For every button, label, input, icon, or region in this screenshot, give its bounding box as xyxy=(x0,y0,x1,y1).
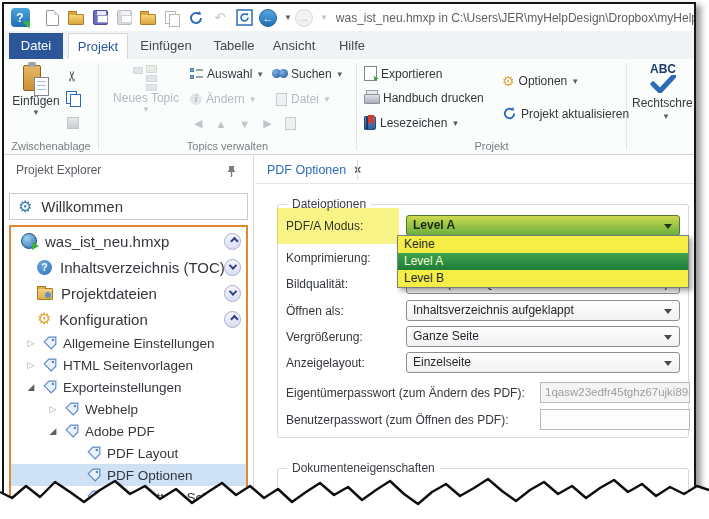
vergroesserung-combobox[interactable]: Ganze Seite xyxy=(406,326,680,347)
back-dropdown-icon[interactable]: ▼ xyxy=(284,13,292,22)
qat-customize-icon[interactable]: ▼ xyxy=(320,13,328,22)
tree-item-toc[interactable]: ? Inhaltsverzeichnis (TOC) xyxy=(11,254,246,280)
tree-item-exporteinstellungen[interactable]: ◢ Exporteinstellungen xyxy=(11,376,246,398)
move-left-icon: ◀ xyxy=(194,117,202,130)
document-tabbar: PDF Optionen × xyxy=(255,155,694,184)
handbuch-drucken-button[interactable]: Handbuch drucken xyxy=(364,91,484,105)
dropdown-option-level-a[interactable]: Level A xyxy=(398,253,688,270)
oeffnen-label: Öffnen als: xyxy=(286,304,344,318)
tab-projekt[interactable]: Projekt xyxy=(68,33,128,59)
groupbox-title: Dateioptionen xyxy=(287,197,371,211)
pdfa-value: Level A xyxy=(413,218,455,232)
navigate-back-icon[interactable]: ← xyxy=(258,8,278,28)
expand-chevron-icon[interactable] xyxy=(224,285,241,302)
screenshot-stage: ? ↶ ← ▼ → ▼ was_ist_neu.hmxp in C:\Users… xyxy=(0,0,709,519)
tab-einfuegen[interactable]: Einfügen xyxy=(134,33,198,59)
suchen-button[interactable]: Suchen▼ xyxy=(272,67,344,81)
paste-button[interactable]: Einfügen ▼ xyxy=(12,64,60,117)
projekt-aktualisieren-button[interactable]: Projekt aktualisieren xyxy=(502,106,629,121)
collapsed-expander-icon[interactable]: ▷ xyxy=(25,360,37,370)
lesezeichen-button[interactable]: Lesezeichen▼ xyxy=(364,116,459,130)
welcome-item[interactable]: ⚙ Willkommen xyxy=(9,193,248,220)
tree-item-html-vorlagen[interactable]: ▷ HTML Seitenvorlagen xyxy=(11,354,246,376)
pdfa-combobox[interactable]: Level A xyxy=(406,215,680,236)
open-file-icon[interactable] xyxy=(66,8,86,28)
collapse-chevron-icon[interactable] xyxy=(224,233,241,250)
exportieren-button[interactable]: Exportieren xyxy=(364,66,442,81)
refresh-project-icon xyxy=(502,106,517,121)
combo-arrow-icon xyxy=(664,361,672,366)
combo-arrow-icon xyxy=(664,335,672,340)
tab-ansicht[interactable]: Ansicht xyxy=(266,33,322,59)
group-label-zwischenablage: Zwischenablage xyxy=(4,140,98,152)
open-project-folder-icon[interactable] xyxy=(138,8,158,28)
clipboard-icon xyxy=(23,64,49,94)
paste-special-icon xyxy=(162,8,182,28)
tab-datei[interactable]: Datei xyxy=(9,33,63,59)
tree-label: PDF Layout xyxy=(107,446,178,461)
tree-item-eingebettete-schriften[interactable]: Eingebettete Schriften xyxy=(11,486,246,508)
expanded-expander-icon[interactable]: ◢ xyxy=(25,382,37,392)
tree-item-pdf-layout[interactable]: PDF Layout xyxy=(11,442,246,464)
pin-icon[interactable] xyxy=(226,164,237,182)
spellcheck-label: Rechtschre xyxy=(632,96,693,110)
tree-item-konfiguration[interactable]: ⚙ Konfiguration xyxy=(11,306,246,332)
auswahl-button[interactable]: Auswahl▼ xyxy=(190,67,264,81)
collapsed-expander-icon[interactable]: ▷ xyxy=(47,404,59,414)
binoculars-icon xyxy=(272,69,287,80)
anzeigelayout-value: Einzelseite xyxy=(413,355,471,369)
ribbon-tabbar: Datei Projekt Einfügen Tabelle Ansicht H… xyxy=(4,31,694,59)
copy-button[interactable] xyxy=(66,91,80,105)
export-icon xyxy=(364,66,377,81)
suchen-label: Suchen xyxy=(291,67,332,81)
document-tab-pdf-optionen[interactable]: PDF Optionen × xyxy=(255,155,373,184)
bookmark-icon xyxy=(364,116,376,130)
settings-tag-icon xyxy=(87,446,101,460)
tree-label: Projektdateien xyxy=(61,285,157,302)
selection-list-icon xyxy=(190,68,203,80)
welcome-wheel-icon: ⚙ xyxy=(18,199,32,215)
optionen-label: Optionen xyxy=(519,74,568,88)
file-icon xyxy=(276,93,287,106)
window-title: was_ist_neu.hmxp in C:\Users\JER\myHelpD… xyxy=(336,11,694,25)
move-up-icon: ▲ xyxy=(215,118,226,130)
spellcheck-dropdown-icon: ▼ xyxy=(662,112,670,121)
collapsed-expander-icon[interactable]: ▷ xyxy=(25,338,37,348)
tree-item-allgemeine[interactable]: ▷ Allgemeine Einstellungen xyxy=(11,332,246,354)
cut-button[interactable]: ✂ xyxy=(66,68,78,84)
project-files-folder-icon xyxy=(37,288,53,300)
dropdown-option-level-b[interactable]: Level B xyxy=(398,270,688,287)
tree-item-project[interactable]: was_ist_neu.hmxp xyxy=(11,228,246,254)
tree-item-webhelp[interactable]: ▷ Webhelp xyxy=(11,398,246,420)
sync-project-icon[interactable] xyxy=(234,8,254,28)
benutzerpasswort-field[interactable] xyxy=(540,409,690,430)
tree-item-adobe-pdf[interactable]: ◢ Adobe PDF xyxy=(11,420,246,442)
app-help-icon[interactable]: ? xyxy=(10,8,30,28)
save-icon[interactable] xyxy=(90,8,110,28)
group-label-topics: Topics verwalten xyxy=(99,140,356,152)
expanded-expander-icon[interactable]: ◢ xyxy=(47,426,59,436)
tree-label: HTML Seitenvorlagen xyxy=(63,358,193,373)
collapse-chevron-icon[interactable] xyxy=(224,311,241,328)
dropdown-option-keine[interactable]: Keine xyxy=(398,236,688,253)
expand-chevron-icon[interactable] xyxy=(224,259,241,276)
oeffnen-combobox[interactable]: Inhaltsverzeichnis aufgeklappt xyxy=(406,300,680,321)
anzeigelayout-combobox[interactable]: Einzelseite xyxy=(406,352,680,373)
printer-icon xyxy=(364,93,379,105)
new-topic-dropdown-icon: ▼ xyxy=(142,105,150,114)
tree-item-projektdateien[interactable]: Projektdateien xyxy=(11,280,246,306)
tab-tabelle[interactable]: Tabelle xyxy=(206,33,262,59)
optionen-button[interactable]: ⚙ Optionen▼ xyxy=(502,74,579,88)
eigentuemerpasswort-value: 1qasw23edfr45tghz67ujki89ol xyxy=(545,386,690,398)
new-topic-icon xyxy=(133,65,159,91)
tab-hilfe[interactable]: Hilfe xyxy=(329,33,375,59)
refresh-icon[interactable] xyxy=(186,8,206,28)
datei-label: Datei xyxy=(291,92,319,106)
tree-item-pdf-optionen[interactable]: PDF Optionen xyxy=(11,464,246,486)
spellcheck-button[interactable]: ABC Rechtschre ▼ xyxy=(632,63,696,121)
save-all-icon xyxy=(114,8,134,28)
format-painter-button xyxy=(67,117,79,129)
new-file-icon[interactable] xyxy=(42,8,62,28)
tree-label: Inhaltsverzeichnis (TOC) xyxy=(60,259,225,276)
edit-topic-icon xyxy=(285,117,296,130)
